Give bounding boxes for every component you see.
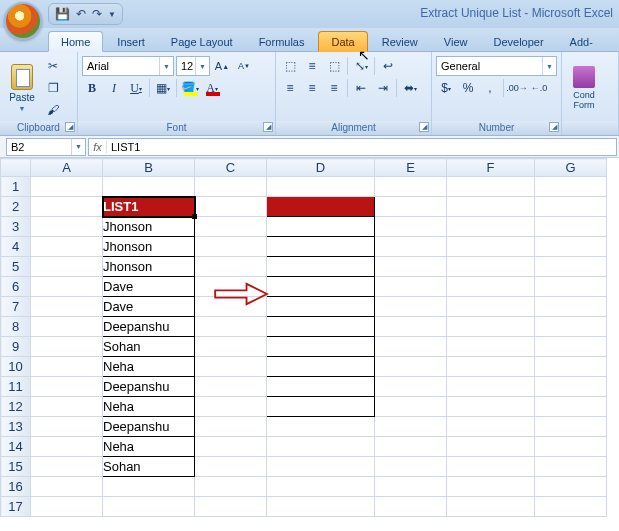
cut-button[interactable]: ✂: [43, 56, 63, 76]
cell-E9[interactable]: [375, 337, 447, 357]
cell-F3[interactable]: [447, 217, 535, 237]
cell-E12[interactable]: [375, 397, 447, 417]
cell-A17[interactable]: [31, 497, 103, 517]
cell-D16[interactable]: [267, 477, 375, 497]
cell-F9[interactable]: [447, 337, 535, 357]
cell-G14[interactable]: [535, 437, 607, 457]
tab-addins[interactable]: Add-: [558, 32, 605, 51]
cell-B5[interactable]: Jhonson: [103, 257, 195, 277]
row-header-10[interactable]: 10: [1, 357, 31, 377]
row-header-1[interactable]: 1: [1, 177, 31, 197]
cell-C10[interactable]: [195, 357, 267, 377]
row-header-6[interactable]: 6: [1, 277, 31, 297]
cell-B15[interactable]: Sohan: [103, 457, 195, 477]
cell-B8[interactable]: Deepanshu: [103, 317, 195, 337]
row-header-9[interactable]: 9: [1, 337, 31, 357]
cell-G3[interactable]: [535, 217, 607, 237]
save-icon[interactable]: 💾: [55, 7, 70, 21]
cell-F12[interactable]: [447, 397, 535, 417]
border-button[interactable]: ▦▾: [153, 78, 173, 98]
row-header-15[interactable]: 15: [1, 457, 31, 477]
insert-function-button[interactable]: fx: [89, 141, 107, 153]
cell-B14[interactable]: Neha: [103, 437, 195, 457]
cell-A11[interactable]: [31, 377, 103, 397]
cell-E14[interactable]: [375, 437, 447, 457]
increase-indent-button[interactable]: ⇥: [373, 78, 393, 98]
row-header-14[interactable]: 14: [1, 437, 31, 457]
cell-E5[interactable]: [375, 257, 447, 277]
align-left-button[interactable]: ≡: [280, 78, 300, 98]
cell-A3[interactable]: [31, 217, 103, 237]
office-button[interactable]: [4, 2, 42, 40]
cell-A12[interactable]: [31, 397, 103, 417]
cell-E13[interactable]: [375, 417, 447, 437]
cell-F5[interactable]: [447, 257, 535, 277]
cell-C15[interactable]: [195, 457, 267, 477]
column-header-g[interactable]: G: [535, 159, 607, 177]
column-header-a[interactable]: A: [31, 159, 103, 177]
cell-A14[interactable]: [31, 437, 103, 457]
row-header-13[interactable]: 13: [1, 417, 31, 437]
cell-G16[interactable]: [535, 477, 607, 497]
cell-F11[interactable]: [447, 377, 535, 397]
cell-B4[interactable]: Jhonson: [103, 237, 195, 257]
cell-C6[interactable]: [195, 277, 267, 297]
cell-D17[interactable]: [267, 497, 375, 517]
cell-D6[interactable]: [267, 277, 375, 297]
cell-B2[interactable]: LIST1: [103, 197, 195, 217]
cell-G8[interactable]: [535, 317, 607, 337]
cell-B3[interactable]: Jhonson: [103, 217, 195, 237]
align-center-button[interactable]: ≡: [302, 78, 322, 98]
cell-A9[interactable]: [31, 337, 103, 357]
cell-E10[interactable]: [375, 357, 447, 377]
cell-G7[interactable]: [535, 297, 607, 317]
cell-F2[interactable]: [447, 197, 535, 217]
cell-G13[interactable]: [535, 417, 607, 437]
cell-D9[interactable]: [267, 337, 375, 357]
underline-button[interactable]: U▾: [126, 78, 146, 98]
cell-G17[interactable]: [535, 497, 607, 517]
cell-C16[interactable]: [195, 477, 267, 497]
dialog-launcher-icon[interactable]: ◢: [263, 122, 273, 132]
cell-B13[interactable]: Deepanshu: [103, 417, 195, 437]
align-bottom-button[interactable]: ⬚: [324, 56, 344, 76]
decrease-indent-button[interactable]: ⇤: [351, 78, 371, 98]
cell-A10[interactable]: [31, 357, 103, 377]
tab-insert[interactable]: Insert: [105, 32, 157, 51]
cell-E3[interactable]: [375, 217, 447, 237]
cell-A5[interactable]: [31, 257, 103, 277]
percent-button[interactable]: %: [458, 78, 478, 98]
cell-G12[interactable]: [535, 397, 607, 417]
cell-C14[interactable]: [195, 437, 267, 457]
cell-E6[interactable]: [375, 277, 447, 297]
name-box[interactable]: B2▼: [6, 138, 86, 156]
cell-G9[interactable]: [535, 337, 607, 357]
format-painter-button[interactable]: 🖌: [43, 100, 63, 120]
column-header-b[interactable]: B: [103, 159, 195, 177]
cell-A7[interactable]: [31, 297, 103, 317]
font-color-button[interactable]: A▾: [202, 78, 222, 98]
cell-C4[interactable]: [195, 237, 267, 257]
cell-B16[interactable]: [103, 477, 195, 497]
column-header-f[interactable]: F: [447, 159, 535, 177]
qat-dropdown-icon[interactable]: ▼: [108, 10, 116, 19]
column-header-e[interactable]: E: [375, 159, 447, 177]
row-header-11[interactable]: 11: [1, 377, 31, 397]
currency-button[interactable]: $▾: [436, 78, 456, 98]
column-header-c[interactable]: C: [195, 159, 267, 177]
font-size-combo[interactable]: 12▼: [176, 56, 210, 76]
cell-E4[interactable]: [375, 237, 447, 257]
align-middle-button[interactable]: ≡: [302, 56, 322, 76]
fill-color-button[interactable]: 🪣▾: [180, 78, 200, 98]
worksheet-grid[interactable]: ABCDEFG12LIST13Jhonson4Jhonson5Jhonson6D…: [0, 158, 619, 531]
cell-E8[interactable]: [375, 317, 447, 337]
tab-data[interactable]: Data ↖: [318, 31, 367, 52]
cell-D10[interactable]: [267, 357, 375, 377]
shrink-font-button[interactable]: A▼: [234, 56, 254, 76]
cell-A16[interactable]: [31, 477, 103, 497]
tab-page-layout[interactable]: Page Layout: [159, 32, 245, 51]
cell-D13[interactable]: [267, 417, 375, 437]
cell-C12[interactable]: [195, 397, 267, 417]
cell-C9[interactable]: [195, 337, 267, 357]
cell-C11[interactable]: [195, 377, 267, 397]
